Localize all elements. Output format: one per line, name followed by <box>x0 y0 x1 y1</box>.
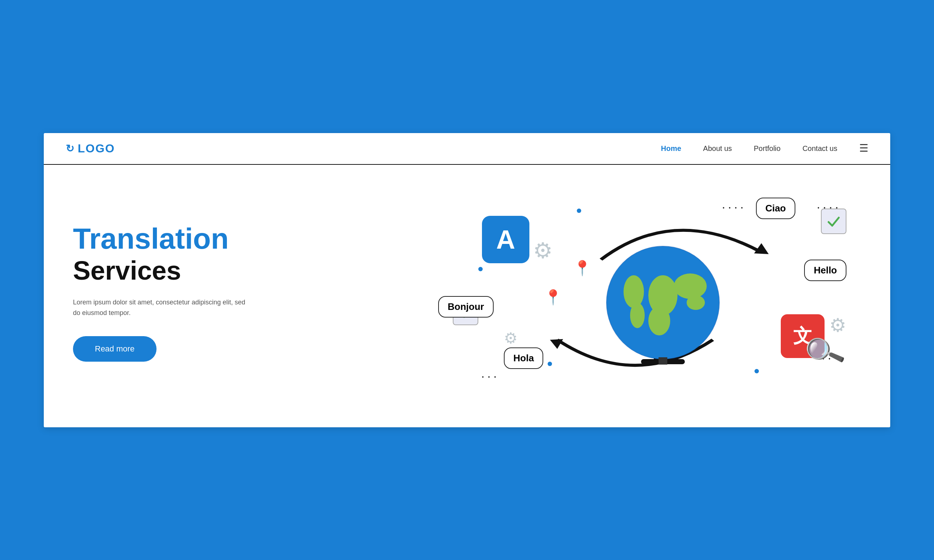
illustration-container: ⚙ ⚙ ⚙ <box>431 187 868 398</box>
svg-point-8 <box>630 303 645 328</box>
bubble-hello: Hello <box>804 260 846 281</box>
nav-links: Home About us Portfolio Contact us <box>661 145 837 153</box>
outer-container: ↻ LOGO Home About us Portfolio Contact u… <box>29 118 905 442</box>
hero-section: Translation Services Lorem ipsum dolor s… <box>44 165 890 427</box>
svg-point-10 <box>687 295 705 310</box>
bubble-bonjour: Bonjour <box>438 296 494 318</box>
nav-item-contact[interactable]: Contact us <box>802 145 837 153</box>
blue-dot-5 <box>755 369 759 373</box>
hero-illustration: ⚙ ⚙ ⚙ <box>431 187 868 398</box>
nav-item-home[interactable]: Home <box>661 145 681 153</box>
nav-link-portfolio[interactable]: Portfolio <box>754 145 780 152</box>
nav-item-portfolio[interactable]: Portfolio <box>754 145 780 153</box>
bubble-hola: Hola <box>504 348 543 369</box>
read-more-button[interactable]: Read more <box>73 336 157 362</box>
svg-point-9 <box>674 274 707 299</box>
logo-icon: ↻ <box>66 143 74 155</box>
checkmark-box-top <box>821 209 846 234</box>
globe-illustration <box>597 215 729 370</box>
nav-item-about[interactable]: About us <box>703 145 732 153</box>
blue-dot-3 <box>577 209 581 213</box>
letter-a-box: A <box>482 216 529 263</box>
website-frame: ↻ LOGO Home About us Portfolio Contact u… <box>44 133 890 427</box>
nav-link-about[interactable]: About us <box>703 145 732 152</box>
svg-point-6 <box>648 306 670 335</box>
svg-marker-0 <box>754 243 769 254</box>
blue-dot-1 <box>478 267 483 271</box>
hero-title-services: Services <box>73 255 416 286</box>
dots-decoration-5: • • • <box>482 374 497 380</box>
nav-link-contact[interactable]: Contact us <box>802 145 837 152</box>
svg-rect-12 <box>658 357 667 365</box>
hamburger-menu-icon[interactable]: ☰ <box>859 143 868 154</box>
hero-left-content: Translation Services Lorem ipsum dolor s… <box>73 223 431 362</box>
location-pin-orange: 📍 <box>573 260 592 277</box>
blue-dot-2 <box>548 362 552 366</box>
dots-decoration-2: • • • • <box>723 205 744 211</box>
hero-title-translation: Translation <box>73 223 416 255</box>
dots-decoration-3: • • • • <box>818 205 839 211</box>
location-pin-red: 📍 <box>544 289 562 306</box>
logo-text: LOGO <box>78 142 115 155</box>
logo-area: ↻ LOGO <box>66 142 115 155</box>
navbar: ↻ LOGO Home About us Portfolio Contact u… <box>44 133 890 165</box>
gear-icon-bottom-left: ⚙ <box>504 329 518 347</box>
svg-point-7 <box>624 275 644 308</box>
bubble-ciao: Ciao <box>756 198 795 219</box>
nav-link-home[interactable]: Home <box>661 145 681 152</box>
gear-icon-top: ⚙ <box>533 238 553 263</box>
hero-description: Lorem ipsum dolor sit amet, consectetur … <box>73 297 248 318</box>
svg-marker-1 <box>550 339 563 349</box>
